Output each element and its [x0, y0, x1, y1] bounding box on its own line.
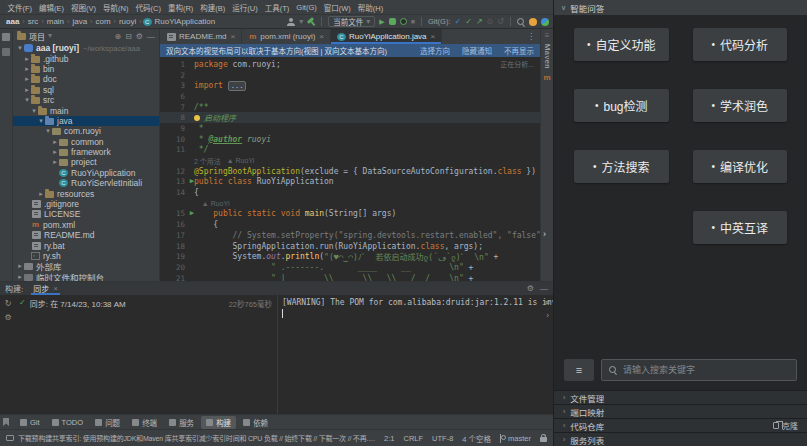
run-line-icon[interactable]: ▶ [190, 177, 194, 185]
user-dropdown-icon[interactable]: ▾ [299, 18, 303, 26]
code-line[interactable]: 6 [160, 91, 540, 102]
chevron-down-icon[interactable]: ▾ [30, 107, 38, 115]
code-line[interactable]: 15▶ public static void main(String[] arg… [160, 209, 540, 220]
build-hammer-icon[interactable] [307, 18, 315, 26]
scroll-to-end-icon[interactable]: › [545, 311, 550, 320]
code-line[interactable]: 14{ [160, 187, 540, 198]
console-minimize-icon[interactable]: — [540, 284, 548, 293]
code-line[interactable]: 8启动程序 [160, 112, 540, 123]
chevron-right-icon[interactable]: ▸ [51, 138, 59, 146]
chevron-down-icon[interactable]: ▾ [23, 96, 31, 104]
reveal-panel-chevron-icon[interactable]: › [543, 229, 546, 239]
menu-item-运行-u[interactable]: 运行(U) [229, 2, 261, 13]
close-icon[interactable]: × [231, 32, 236, 41]
chevron-down-icon[interactable]: ▾ [16, 44, 24, 52]
close-icon[interactable]: × [431, 32, 436, 41]
assistant-button-bug检测[interactable]: •bug检测 [574, 89, 669, 122]
chevron-right-icon[interactable]: ▸ [51, 158, 59, 166]
assistant-button-自定义功能[interactable]: •自定义功能 [574, 28, 669, 61]
menu-item-代码-c[interactable]: 代码(C) [132, 2, 164, 13]
code-inlay-line[interactable]: ▲ RuoYi [160, 198, 540, 209]
notifications-stripe-icon[interactable]: ≡ [545, 32, 550, 40]
tree-item-ruoyiservletinitiali[interactable]: CRuoYiServletInitiali [13, 178, 159, 188]
banner-action-隐藏通知[interactable]: 隐藏通知 [462, 45, 492, 56]
run-line-icon[interactable]: ▶ [190, 209, 194, 217]
file-encoding[interactable]: UTF-8 [432, 434, 453, 443]
locate-file-icon[interactable]: ⊕ [114, 32, 121, 41]
tree-item-license[interactable]: LICENSE [13, 209, 159, 219]
git-push-icon[interactable]: ↗ [476, 18, 483, 26]
chevron-right-icon[interactable]: ▸ [37, 190, 45, 198]
editor-tab-pom-xml-ruoyi[interactable]: mpom.xml (ruoyi)× [242, 29, 331, 44]
menu-item-导航-n[interactable]: 导航(N) [100, 2, 132, 13]
breadcrumb-item-main[interactable]: main [45, 17, 66, 26]
breadcrumb-item-src[interactable]: src [26, 17, 41, 26]
tree-item-resources[interactable]: ▸resources [13, 188, 159, 198]
user-account-icon[interactable] [287, 18, 295, 26]
chevron-right-icon[interactable]: ▸ [16, 262, 24, 270]
menu-item-重构-r[interactable]: 重构(R) [164, 2, 196, 13]
project-panel-title[interactable]: 项目 [29, 31, 45, 42]
tree-item-common[interactable]: ▸common [13, 137, 159, 147]
assistant-search-input[interactable] [623, 365, 789, 375]
chevron-right-icon[interactable]: ▸ [23, 86, 31, 94]
debug-button[interactable] [389, 18, 396, 25]
assistant-button-学术润色[interactable]: •学术润色 [693, 89, 788, 122]
code-line[interactable]: 21 " | _ _ \\ \\ \\ / / \n" + [160, 273, 540, 281]
tree-item-project[interactable]: ▸project [13, 157, 159, 167]
menu-item-构建-b[interactable]: 构建(B) [197, 2, 229, 13]
menu-item-视图-v[interactable]: 视图(V) [68, 2, 100, 13]
breadcrumb-item-aaa[interactable]: aaa [4, 17, 21, 26]
tree-item-sql[interactable]: ▸sql [13, 85, 159, 95]
section-文件管理[interactable]: ›文件管理 [554, 390, 807, 404]
menu-item-窗口-w[interactable]: 窗口(W) [320, 2, 354, 13]
close-icon[interactable]: × [319, 32, 324, 41]
soft-wrap-icon[interactable]: ≡ [545, 298, 550, 307]
caret-position[interactable]: 2:1 [384, 434, 394, 443]
code-line[interactable]: 11 */ [160, 145, 540, 156]
maven-toolwindow-button[interactable]: Maven [543, 44, 552, 69]
console-output[interactable]: [WARNING] The POM for com.alibaba:druid:… [278, 295, 553, 414]
chevron-right-icon[interactable]: ▸ [16, 273, 24, 281]
plugin-icon[interactable] [541, 18, 549, 26]
line-ending[interactable]: CRLF [403, 434, 423, 443]
code-line[interactable]: 10 * @author ruoyi [160, 134, 540, 145]
resync-icon[interactable]: ↻ [5, 299, 12, 308]
breadcrumb-item-java[interactable]: java [70, 17, 89, 26]
tree-item-com-ruoyi[interactable]: ▾com.ruoyi [13, 126, 159, 136]
chevron-right-icon[interactable]: ▸ [51, 148, 59, 156]
git-commit-icon[interactable]: ✓ [465, 18, 472, 26]
sync-tab[interactable]: 同步 × [31, 282, 60, 295]
close-icon[interactable]: × [53, 284, 58, 293]
section-服务列表[interactable]: ›服务列表 [554, 432, 807, 446]
chevron-right-icon[interactable]: ▸ [23, 65, 31, 73]
panel-settings-icon[interactable]: ⚙ [136, 32, 143, 41]
assistant-menu-button[interactable]: ≡ [564, 359, 594, 381]
tree-item-framework[interactable]: ▸framework [13, 147, 159, 157]
assistant-button-代码分析[interactable]: •代码分析 [693, 28, 788, 61]
status-message[interactable]: 下载预构建共享索引: 使用预构建的JDK和Maven 库共享索引减少索引时间和 … [18, 433, 376, 443]
hide-panel-icon[interactable]: — [147, 32, 155, 41]
project-dropdown-icon[interactable]: ▾ [48, 32, 52, 40]
tree-item-readme-md[interactable]: README.md [13, 230, 159, 240]
git-rollback-icon[interactable]: ↺ [497, 18, 504, 26]
tree-item-src[interactable]: ▾src [13, 95, 159, 105]
toolwindow-button-终端[interactable]: 终端 [127, 416, 162, 429]
commit-stripe-icon[interactable] [2, 48, 10, 56]
project-stripe-icon[interactable] [2, 33, 10, 41]
code-line[interactable]: 12@SpringBootApplication(exclude = { Dat… [160, 166, 540, 177]
stop-button[interactable]: ■ [411, 18, 415, 25]
tree-item-bin[interactable]: ▸bin [13, 64, 159, 74]
intention-bulb-icon[interactable] [194, 115, 200, 121]
chevron-down-icon[interactable]: ▾ [44, 127, 52, 135]
tree-item-main[interactable]: ▾main [13, 105, 159, 115]
git-history-icon[interactable]: ⊙ [487, 18, 494, 26]
tree-item-aaa-ruoyi[interactable]: ▾aaa [ruoyi]~/workspace/aaa [13, 43, 159, 53]
editor-tab-readme-md[interactable]: README.md× [160, 29, 242, 44]
tree-item-临时文件和控制台[interactable]: ▸临时文件和控制台 [13, 272, 159, 281]
run-button[interactable]: ▶ [379, 18, 384, 26]
code-line[interactable]: 9 * [160, 123, 540, 134]
chevron-right-icon[interactable]: ▸ [23, 55, 31, 63]
chevron-down-icon[interactable]: ▾ [37, 117, 45, 125]
banner-action-不再显示[interactable]: 不再显示 [504, 45, 534, 56]
